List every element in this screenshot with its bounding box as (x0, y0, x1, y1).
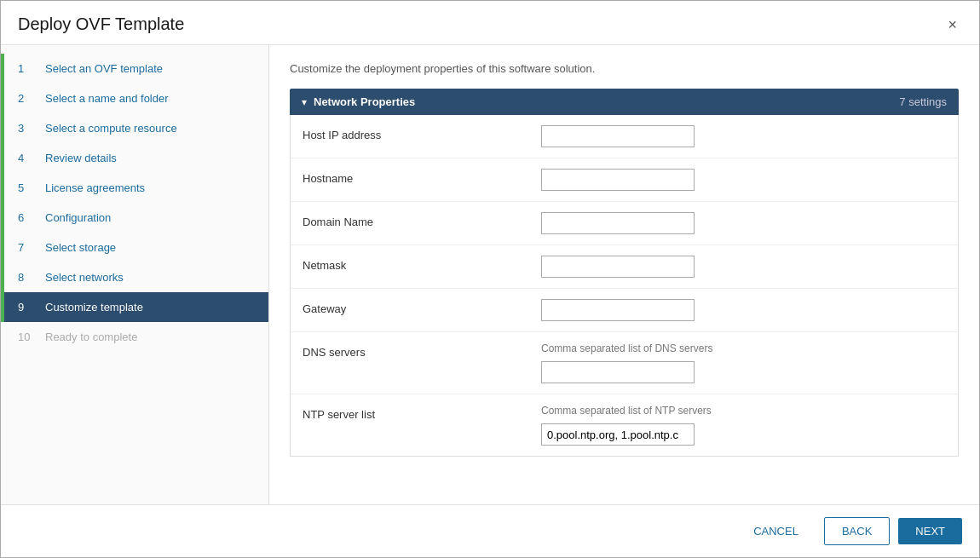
prop-row-0: Host IP address (291, 115, 958, 158)
prop-value-5: Comma separated list of DNS servers (541, 342, 946, 383)
step-num-3: 3 (18, 122, 37, 135)
section-count: 7 settings (899, 95, 947, 108)
prop-value-4 (541, 299, 946, 321)
dialog-header: Deploy OVF Template × (1, 1, 979, 45)
prop-label-2: Domain Name (303, 212, 541, 228)
cancel-button[interactable]: CANCEL (736, 518, 816, 544)
next-button[interactable]: NEXT (898, 518, 962, 544)
back-button[interactable]: BACK (824, 517, 890, 545)
deploy-ovf-dialog: Deploy OVF Template × 1Select an OVF tem… (0, 0, 980, 558)
step-label-6: Configuration (45, 211, 111, 224)
prop-row-4: Gateway (291, 289, 958, 332)
step-num-6: 6 (18, 211, 37, 224)
prop-label-5: DNS servers (303, 342, 541, 359)
step-label-5: License agreements (45, 181, 145, 194)
step-label-3: Select a compute resource (45, 122, 177, 135)
step-label-1: Select an OVF template (45, 62, 163, 75)
prop-value-2 (541, 212, 946, 234)
properties-table: Host IP addressHostnameDomain NameNetmas… (290, 115, 959, 457)
sidebar-item-8[interactable]: 8Select networks (1, 262, 268, 292)
step-num-7: 7 (18, 241, 37, 254)
content-area: Customize the deployment properties of t… (269, 45, 979, 504)
dialog-footer: CANCEL BACK NEXT (1, 504, 979, 557)
main-content: Customize the deployment properties of t… (269, 45, 979, 504)
prop-label-4: Gateway (303, 299, 541, 315)
step-num-2: 2 (18, 92, 37, 105)
sidebar: 1Select an OVF template2Select a name an… (1, 45, 269, 504)
sidebar-item-5[interactable]: 5License agreements (1, 173, 268, 203)
sidebar-item-1[interactable]: 1Select an OVF template (1, 54, 268, 83)
prop-row-1: Hostname (291, 158, 958, 202)
step-label-9: Customize template (45, 301, 143, 314)
prop-input-3[interactable] (541, 256, 695, 278)
section-header: ▾ Network Properties 7 settings (290, 89, 959, 115)
sidebar-item-7[interactable]: 7Select storage (1, 233, 268, 262)
step-label-10: Ready to complete (45, 331, 137, 343)
dialog-title: Deploy OVF Template (18, 14, 184, 34)
sidebar-item-10: 10Ready to complete (1, 322, 268, 352)
dialog-body: 1Select an OVF template2Select a name an… (1, 45, 979, 504)
prop-label-3: Netmask (303, 256, 541, 272)
prop-value-3 (541, 256, 946, 278)
prop-input-6[interactable] (541, 423, 695, 446)
prop-input-1[interactable] (541, 169, 695, 191)
step-label-2: Select a name and folder (45, 92, 169, 105)
step-label-4: Review details (45, 152, 117, 164)
prop-label-6: NTP server list (303, 405, 541, 421)
sidebar-item-9[interactable]: 9Customize template (1, 292, 268, 322)
prop-row-3: Netmask (291, 245, 958, 289)
prop-hint-6: Comma separated list of NTP servers (541, 405, 946, 417)
section-title: Network Properties (314, 95, 415, 108)
close-button[interactable]: × (943, 15, 962, 34)
step-num-4: 4 (18, 152, 37, 164)
step-num-9: 9 (18, 301, 37, 314)
prop-value-6: Comma separated list of NTP servers (541, 405, 946, 446)
step-num-10: 10 (18, 331, 37, 343)
sidebar-item-4[interactable]: 4Review details (1, 143, 268, 173)
prop-row-2: Domain Name (291, 202, 958, 245)
prop-value-0 (541, 125, 946, 147)
prop-input-0[interactable] (541, 125, 695, 147)
prop-hint-5: Comma separated list of DNS servers (541, 342, 946, 354)
step-num-8: 8 (18, 271, 37, 284)
prop-label-1: Hostname (303, 169, 541, 185)
step-label-8: Select networks (45, 271, 124, 284)
chevron-icon: ▾ (302, 96, 307, 108)
prop-row-6: NTP server listComma separated list of N… (291, 394, 958, 456)
step-num-5: 5 (18, 181, 37, 194)
step-label-7: Select storage (45, 241, 116, 254)
step-num-1: 1 (18, 62, 37, 75)
prop-row-5: DNS serversComma separated list of DNS s… (291, 332, 958, 394)
sidebar-item-3[interactable]: 3Select a compute resource (1, 113, 268, 143)
prop-input-4[interactable] (541, 299, 695, 321)
sidebar-item-2[interactable]: 2Select a name and folder (1, 83, 268, 113)
prop-value-1 (541, 169, 946, 191)
prop-input-2[interactable] (541, 212, 695, 234)
prop-label-0: Host IP address (303, 125, 541, 141)
prop-input-5[interactable] (541, 361, 695, 383)
content-subtitle: Customize the deployment properties of t… (290, 62, 959, 75)
sidebar-item-6[interactable]: 6Configuration (1, 203, 268, 233)
